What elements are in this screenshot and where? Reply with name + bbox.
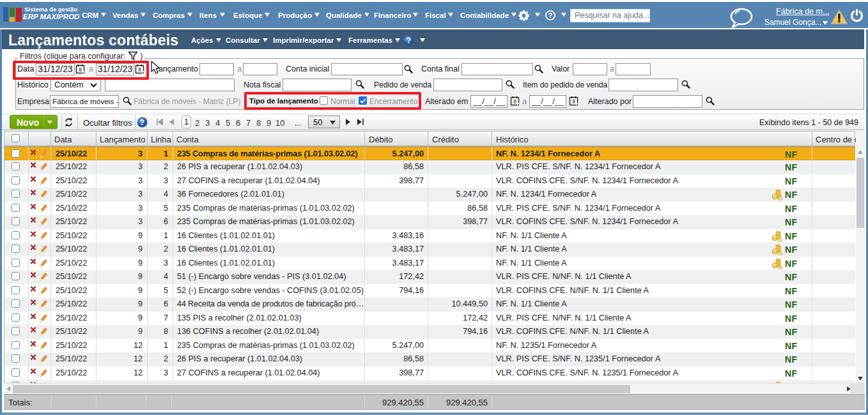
svg-text:?: ?: [548, 11, 552, 19]
svg-text:?: ?: [407, 36, 411, 45]
svg-text:8: 8: [572, 98, 575, 105]
svg-text:8: 8: [513, 98, 516, 105]
svg-text:?: ?: [140, 118, 144, 127]
